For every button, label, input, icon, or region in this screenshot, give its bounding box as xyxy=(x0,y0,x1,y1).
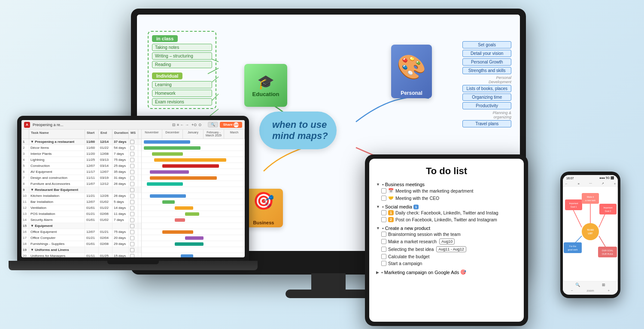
table-row: 6 AV Equipment 11/17 12/07 35 days xyxy=(21,169,141,175)
gantt-bar xyxy=(150,170,189,174)
laptop-screen: A Preopening a re... ⊟ ≡ ← → +⊙ ⊙ 🔍 Shar… xyxy=(21,120,245,257)
bullet-cp: • xyxy=(382,226,384,231)
bar-row xyxy=(142,223,245,229)
gantt-bar xyxy=(144,146,200,150)
svg-line-11 xyxy=(599,212,606,227)
table-row: 3 Interior Plants 11/20 12/08 7 days xyxy=(21,151,141,157)
tablet: To do list ▼ • Business meetings 📅 Meeti… xyxy=(365,154,528,326)
item-text-9: Start a campaign xyxy=(388,261,422,266)
phone-zoom-plus[interactable]: + xyxy=(608,289,610,293)
item-text-7: Selecting the best idea xyxy=(388,247,434,252)
table-row: 17 Office Computer 01/21 02/04 20 days xyxy=(21,235,141,241)
section-create-product: ▼ • Create a new product Brainstorming s… xyxy=(376,226,517,267)
phone-menu[interactable]: ≡ xyxy=(577,182,579,185)
item-icon-2: 🤝 xyxy=(388,195,394,201)
phone: 16:07 ●●● 5G ⬛ ← ≡ ⋯ ↗ + TO DO xyxy=(560,172,620,298)
bar-row xyxy=(142,139,245,145)
bar-row xyxy=(142,151,245,157)
share-button[interactable]: Share 100 xyxy=(220,122,242,128)
bullet-mk: • xyxy=(381,270,383,275)
phone-zoom-label: zoom xyxy=(586,289,594,292)
phone-zoom-minus[interactable]: − xyxy=(571,289,573,293)
section-social-media: ▼ • Social media 1 1 Daily check: Facebo… xyxy=(376,204,517,223)
social-badge: 1 xyxy=(413,205,419,209)
p-books: Lists of books, places xyxy=(462,85,511,92)
svg-text:LIST: LIST xyxy=(588,232,593,235)
phone-share[interactable]: ↗ xyxy=(601,182,604,185)
checkbox-5[interactable] xyxy=(381,232,386,237)
section-label-cp: Create a new product xyxy=(385,226,430,231)
section-toggle-bm[interactable]: ▼ • Business meetings xyxy=(376,182,517,187)
bar-row xyxy=(142,175,245,181)
table-row: 5 Construction 12/07 03/14 25 days xyxy=(21,163,141,169)
search-button[interactable]: 🔍 xyxy=(208,122,218,127)
bar-row xyxy=(142,157,245,163)
phone-more[interactable]: ⋯ xyxy=(589,182,592,185)
gantt-header: A Preopening a re... ⊟ ≡ ← → +⊙ ⊙ 🔍 Shar… xyxy=(21,120,245,130)
edu-taking-notes: Taking notes xyxy=(152,44,212,51)
gantt-bar xyxy=(185,212,200,216)
monitor-stand-base xyxy=(286,290,371,298)
gantt-bars xyxy=(142,139,245,257)
table-row: 19 ▼ Uniforms and Linens xyxy=(21,247,141,253)
gantt-bar xyxy=(162,230,193,234)
badge-daily: 1 xyxy=(388,210,394,215)
time-dec: December xyxy=(162,130,183,139)
phone-search[interactable]: ⊞ xyxy=(602,283,605,287)
bullet-sm: • xyxy=(382,204,384,209)
expand-arrow-bm: ▼ xyxy=(376,182,380,187)
badge-post: 2 xyxy=(388,217,394,222)
phone-home[interactable]: 🔍 xyxy=(575,283,580,287)
gantt-bar xyxy=(162,164,219,168)
phone-close[interactable]: + xyxy=(614,182,616,185)
todo-item-budget: Calculate the budget xyxy=(376,253,517,260)
gantt-col-headers: Task Name Start End Duration MS xyxy=(21,130,141,139)
individual-badge: Individual xyxy=(152,72,182,79)
section-marketing: ▶ • Marketing campaign on Google Ads 🎯 xyxy=(376,269,517,275)
checkbox-7[interactable] xyxy=(381,247,386,252)
time-nov: November xyxy=(142,130,162,139)
checkbox-6[interactable] xyxy=(381,239,386,244)
laptop-base xyxy=(9,261,258,270)
item-text-6: Make a market research xyxy=(388,239,437,244)
col-dur: Duration xyxy=(112,130,129,139)
checkbox-1[interactable] xyxy=(381,188,386,193)
table-row: 18 Furnishings - Supplies 01/01 02/08 29… xyxy=(21,241,141,247)
monitor-stand-neck xyxy=(311,273,346,290)
table-row: 10 Kitchen Installation 11/21 12/26 26 d… xyxy=(21,193,141,199)
bullet-bm: • xyxy=(382,182,384,187)
table-row: 7 Design and construction 11/11 03/19 31… xyxy=(21,175,141,181)
bar-row xyxy=(142,181,245,187)
checkbox-4[interactable] xyxy=(381,217,386,222)
checkbox-3[interactable] xyxy=(381,210,386,215)
phone-screen: 16:07 ●●● 5G ⬛ ← ≡ ⋯ ↗ + TO DO xyxy=(563,175,618,295)
svg-line-9 xyxy=(572,208,582,227)
gantt-right-panel: November December January February - Mar… xyxy=(142,130,245,257)
time-jan: January xyxy=(183,130,204,139)
section-toggle-cp[interactable]: ▼ • Create a new product xyxy=(376,226,517,231)
phone-back[interactable]: ← xyxy=(565,182,568,185)
checkbox-2[interactable] xyxy=(381,196,386,201)
gantt-time-headers: November December January February - Mar… xyxy=(142,130,245,139)
section-business-meetings: ▼ • Business meetings 📅 Meeting with the… xyxy=(376,182,517,202)
todo-item-campaign: Start a campaign xyxy=(376,260,517,267)
badge-aug11-12: Aug11 - Aug12 xyxy=(436,246,466,252)
section-toggle-mk[interactable]: ▶ • Marketing campaign on Google Ads 🎯 xyxy=(376,269,517,275)
phone-time: 16:07 xyxy=(566,177,574,180)
item-text-8: Calculate the budget xyxy=(388,254,429,259)
scene: when to use mind maps? 🎓 Education in cl… xyxy=(0,0,644,329)
tablet-screen: To do list ▼ • Business meetings 📅 Meeti… xyxy=(369,159,524,322)
edu-learning: Learning xyxy=(152,81,212,88)
gantt-bar xyxy=(147,182,183,186)
p-strengths: Strengths and skills xyxy=(462,67,511,74)
checkbox-8[interactable] xyxy=(381,254,386,259)
gantt-bar xyxy=(144,140,190,144)
bar-row xyxy=(142,205,245,211)
svg-rect-23 xyxy=(564,242,582,253)
svg-rect-14 xyxy=(565,199,582,210)
section-toggle-sm[interactable]: ▼ • Social media 1 xyxy=(376,204,517,209)
checkbox-9[interactable] xyxy=(381,261,386,266)
svg-text:Important: Important xyxy=(569,202,578,205)
bar-row xyxy=(142,211,245,217)
table-row: 2 Décor Items 11/00 01/22 54 days xyxy=(21,145,141,151)
